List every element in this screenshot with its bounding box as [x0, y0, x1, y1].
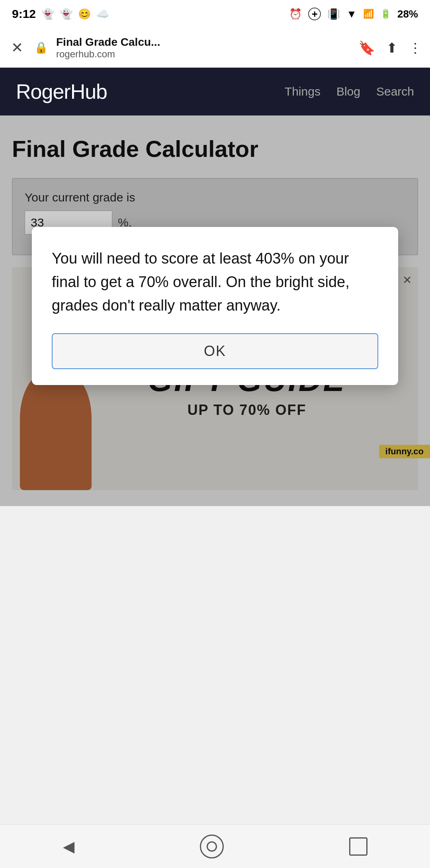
ssl-lock-icon: 🔒 — [34, 41, 48, 54]
nav-back-button[interactable]: ◀ — [63, 838, 74, 855]
snapchat-icon-1: 👻 — [41, 8, 54, 20]
emoji-icon: 😊 — [78, 8, 91, 20]
modal-overlay: You will need to score at least 403% on … — [0, 115, 430, 506]
browser-bar: ✕ 🔒 Final Grade Calcu... rogerhub.com 🔖 … — [0, 28, 430, 68]
main-content: Final Grade Calculator Your current grad… — [0, 115, 430, 506]
wifi-icon: ▼ — [346, 8, 357, 20]
nav-search[interactable]: Search — [376, 85, 414, 98]
browser-url-text: rogerhub.com — [56, 49, 350, 60]
home-circle-icon — [207, 841, 217, 852]
bottom-navigation: ◀ — [0, 824, 430, 868]
nav-recent-button[interactable] — [349, 837, 367, 856]
battery-icon: 🔋 — [380, 9, 391, 19]
status-bar: 9:12 👻 👻 😊 ☁️ ⏰ + 📳 ▼ 📶 🔋 28% — [0, 0, 430, 28]
alarm-icon: ⏰ — [289, 8, 302, 20]
vibrate-icon: 📳 — [327, 8, 340, 20]
plus-circle-icon: + — [308, 8, 321, 20]
nav-blog[interactable]: Blog — [336, 85, 360, 98]
alert-dialog: You will need to score at least 403% on … — [32, 227, 398, 385]
nav-things[interactable]: Things — [285, 85, 321, 98]
modal-message-text: You will need to score at least 403% on … — [52, 247, 378, 317]
battery-percent: 28% — [397, 8, 418, 20]
bookmark-icon[interactable]: 🔖 — [358, 40, 375, 56]
browser-action-buttons: 🔖 ⬆ ⋮ — [358, 40, 422, 56]
site-header: RogerHub Things Blog Search — [0, 68, 430, 115]
status-time: 9:12 — [12, 7, 36, 21]
modal-ok-button[interactable]: OK — [52, 333, 378, 369]
site-nav: Things Blog Search — [285, 85, 414, 98]
cloud-icon: ☁️ — [96, 8, 109, 20]
site-logo[interactable]: RogerHub — [16, 80, 107, 104]
more-options-icon[interactable]: ⋮ — [408, 40, 422, 56]
browser-tab-title: Final Grade Calcu... — [56, 36, 350, 49]
nav-home-button[interactable] — [200, 835, 224, 858]
signal-icon: 📶 — [363, 9, 374, 19]
share-icon[interactable]: ⬆ — [386, 40, 397, 56]
browser-url-area[interactable]: Final Grade Calcu... rogerhub.com — [56, 36, 350, 60]
browser-close-button[interactable]: ✕ — [8, 36, 26, 59]
snapchat-icon-2: 👻 — [60, 8, 72, 20]
